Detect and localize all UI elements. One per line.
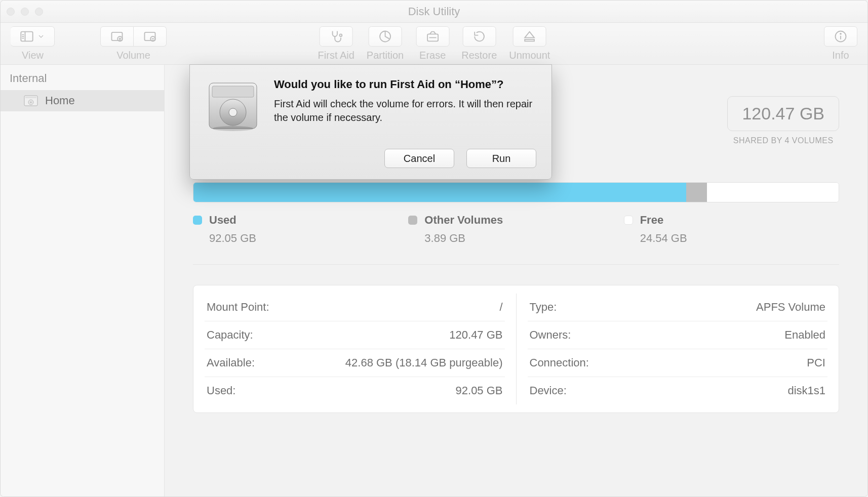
minimize-window-button[interactable]	[21, 8, 29, 16]
erase-button[interactable]	[416, 26, 449, 47]
toolbar-group-restore: Restore	[461, 26, 497, 61]
run-button[interactable]: Run	[466, 149, 536, 168]
info-key: Connection:	[530, 356, 589, 369]
sidebar-item-home[interactable]: Home	[1, 90, 164, 111]
info-col-right: Type:APFS Volume Owners:Enabled Connecti…	[516, 294, 839, 404]
info-row-mountpoint: Mount Point:/	[205, 294, 505, 321]
info-key: Capacity:	[207, 328, 253, 342]
titlebar: Disk Utility	[1, 1, 867, 23]
first-aid-dialog: Would you like to run First Aid on “Home…	[189, 64, 552, 180]
capacity-total: 120.47 GB	[727, 96, 839, 131]
svg-point-20	[840, 33, 841, 34]
volume-add-icon	[110, 29, 124, 44]
info-row-connection: Connection:PCI	[528, 349, 828, 377]
info-row-type: Type:APFS Volume	[528, 294, 828, 321]
info-row-owners: Owners:Enabled	[528, 321, 828, 349]
svg-point-28	[229, 108, 237, 116]
info-val: Enabled	[784, 328, 825, 342]
info-val: PCI	[807, 356, 825, 369]
info-row-used: Used:92.05 GB	[205, 377, 505, 404]
info-col-left: Mount Point:/ Capacity:120.47 GB Availab…	[193, 294, 516, 404]
sidebar-section-internal: Internal	[1, 72, 164, 90]
capacity-subtitle: SHARED BY 4 VOLUMES	[727, 136, 839, 145]
svg-rect-22	[25, 97, 36, 98]
zoom-window-button[interactable]	[35, 8, 43, 16]
usage-bar-free	[707, 183, 839, 202]
capacity-box: 120.47 GB SHARED BY 4 VOLUMES	[727, 96, 839, 145]
erase-icon	[425, 29, 440, 44]
info-val: 120.47 GB	[449, 328, 502, 342]
view-button[interactable]	[11, 26, 55, 47]
toolbar-label-firstaid: First Aid	[318, 50, 354, 61]
chevron-down-icon	[37, 32, 45, 40]
legend-used: Used 92.05 GB	[193, 214, 408, 245]
info-key: Device:	[530, 384, 567, 397]
info-key: Used:	[207, 384, 235, 397]
section-divider	[193, 264, 839, 265]
restore-icon	[472, 29, 486, 44]
usage-bar-used	[193, 183, 686, 202]
legend-used-value: 92.05 GB	[193, 232, 408, 245]
window-controls	[7, 8, 43, 16]
close-window-button[interactable]	[7, 8, 15, 16]
legend-free: Free 24.54 GB	[624, 214, 839, 245]
toolbar-label-info: Info	[832, 50, 849, 61]
cancel-button[interactable]: Cancel	[384, 149, 454, 168]
info-key: Mount Point:	[207, 301, 269, 314]
volume-icon	[24, 95, 38, 107]
legend-free-value: 24.54 GB	[624, 232, 839, 245]
legend-other: Other Volumes 3.89 GB	[408, 214, 623, 245]
swatch-other	[408, 216, 417, 225]
toolbar-group-firstaid: First Aid	[318, 26, 354, 61]
swatch-free	[624, 216, 633, 225]
toolbar-group-partition: Partition	[367, 26, 404, 61]
info-row-available: Available:42.68 GB (18.14 GB purgeable)	[205, 349, 505, 377]
legend-other-value: 3.89 GB	[408, 232, 623, 245]
eject-icon	[523, 29, 537, 44]
pie-icon	[378, 29, 392, 44]
dialog-body: First Aid will check the volume for erro…	[274, 97, 536, 125]
toolbar-group-view: View	[11, 26, 55, 61]
info-row-capacity: Capacity:120.47 GB	[205, 321, 505, 349]
usage-bar	[193, 182, 839, 202]
dialog-title: Would you like to run First Aid on “Home…	[274, 78, 536, 91]
info-val: disk1s1	[787, 384, 825, 397]
sidebar-item-label: Home	[45, 94, 75, 107]
first-aid-button[interactable]	[320, 26, 353, 47]
toolbar-label-partition: Partition	[367, 50, 404, 61]
add-volume-button[interactable]	[100, 26, 134, 47]
info-key: Available:	[207, 356, 255, 369]
usage-legend: Used 92.05 GB Other Volumes 3.89 GB Free	[193, 214, 839, 245]
info-val: APFS Volume	[756, 301, 825, 314]
partition-button[interactable]	[369, 26, 402, 47]
info-icon	[834, 29, 848, 44]
info-row-device: Device:disk1s1	[528, 377, 828, 404]
info-val: 42.68 GB (18.14 GB purgeable)	[345, 356, 503, 369]
stethoscope-icon	[329, 29, 343, 44]
info-val: 92.05 GB	[456, 384, 503, 397]
hard-drive-icon	[205, 78, 261, 136]
toolbar-label-erase: Erase	[419, 50, 446, 61]
info-val: /	[499, 301, 502, 314]
volume-remove-icon	[143, 29, 157, 44]
info-card: Mount Point:/ Capacity:120.47 GB Availab…	[193, 285, 839, 413]
remove-volume-button[interactable]	[134, 26, 167, 47]
toolbar-label-view: View	[22, 50, 44, 61]
usage-bar-other	[686, 183, 707, 202]
svg-rect-26	[212, 86, 254, 97]
legend-other-label: Other Volumes	[424, 214, 503, 227]
restore-button[interactable]	[462, 26, 496, 47]
toolbar-group-unmount: Unmount	[509, 26, 550, 61]
toolbar: View Volume First Aid Partition	[1, 23, 867, 65]
unmount-button[interactable]	[513, 26, 546, 47]
info-key: Owners:	[530, 328, 571, 342]
usage-section: Used 92.05 GB Other Volumes 3.89 GB Free	[193, 182, 839, 245]
toolbar-group-volume: Volume	[100, 26, 167, 61]
toolbar-group-info: Info	[824, 26, 857, 61]
svg-rect-17	[525, 39, 534, 41]
window-title: Disk Utility	[1, 5, 867, 18]
toolbar-label-unmount: Unmount	[509, 50, 550, 61]
toolbar-label-restore: Restore	[461, 50, 497, 61]
svg-point-24	[30, 102, 32, 103]
info-button[interactable]	[824, 26, 857, 47]
